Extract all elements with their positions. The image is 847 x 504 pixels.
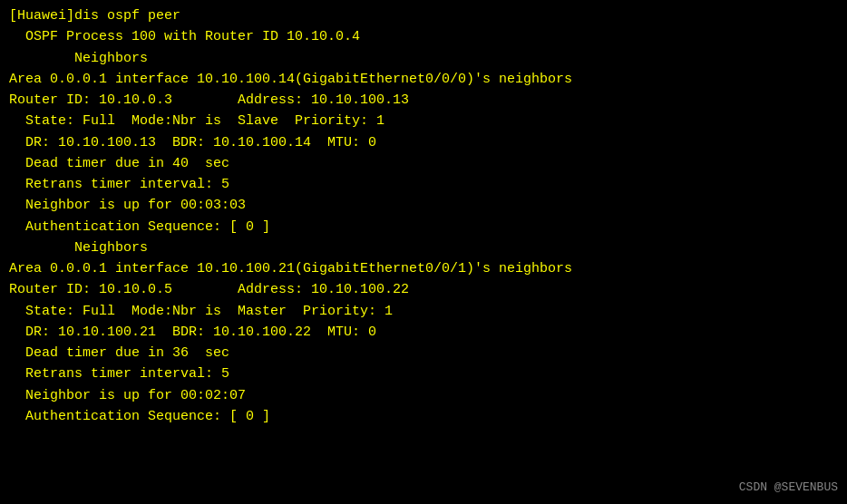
terminal-line: Router ID: 10.10.0.5 Address: 10.10.100.… bbox=[9, 279, 838, 300]
terminal-line: State: Full Mode:Nbr is Master Priority:… bbox=[9, 301, 838, 322]
terminal-line: Router ID: 10.10.0.3 Address: 10.10.100.… bbox=[9, 90, 838, 111]
terminal-line: OSPF Process 100 with Router ID 10.10.0.… bbox=[9, 26, 838, 47]
terminal-line: Dead timer due in 36 sec bbox=[9, 343, 838, 363]
terminal-line: Neighbor is up for 00:02:07 bbox=[9, 385, 838, 406]
terminal-line: Neighbors bbox=[9, 48, 838, 69]
terminal-line: Neighbor is up for 00:03:03 bbox=[9, 195, 838, 216]
terminal-line: State: Full Mode:Nbr is Slave Priority: … bbox=[9, 111, 838, 131]
watermark: CSDN @SEVENBUS bbox=[739, 479, 838, 497]
terminal-line: Retrans timer interval: 5 bbox=[9, 363, 838, 384]
terminal-line: Area 0.0.0.1 interface 10.10.100.14(Giga… bbox=[9, 69, 838, 90]
terminal-line: DR: 10.10.100.13 BDR: 10.10.100.14 MTU: … bbox=[9, 132, 838, 153]
terminal-line: Authentication Sequence: [ 0 ] bbox=[9, 406, 838, 427]
terminal-line: DR: 10.10.100.21 BDR: 10.10.100.22 MTU: … bbox=[9, 322, 838, 343]
terminal-window: [Huawei]dis ospf peer OSPF Process 100 w… bbox=[0, 0, 847, 504]
terminal-line: Authentication Sequence: [ 0 ] bbox=[9, 217, 838, 237]
terminal-line: Neighbors bbox=[9, 237, 838, 258]
terminal-line: Dead timer due in 40 sec bbox=[9, 153, 838, 174]
terminal-line: [Huawei]dis ospf peer bbox=[9, 5, 838, 26]
terminal-line: Retrans timer interval: 5 bbox=[9, 174, 838, 195]
terminal-line: Area 0.0.0.1 interface 10.10.100.21(Giga… bbox=[9, 258, 838, 279]
